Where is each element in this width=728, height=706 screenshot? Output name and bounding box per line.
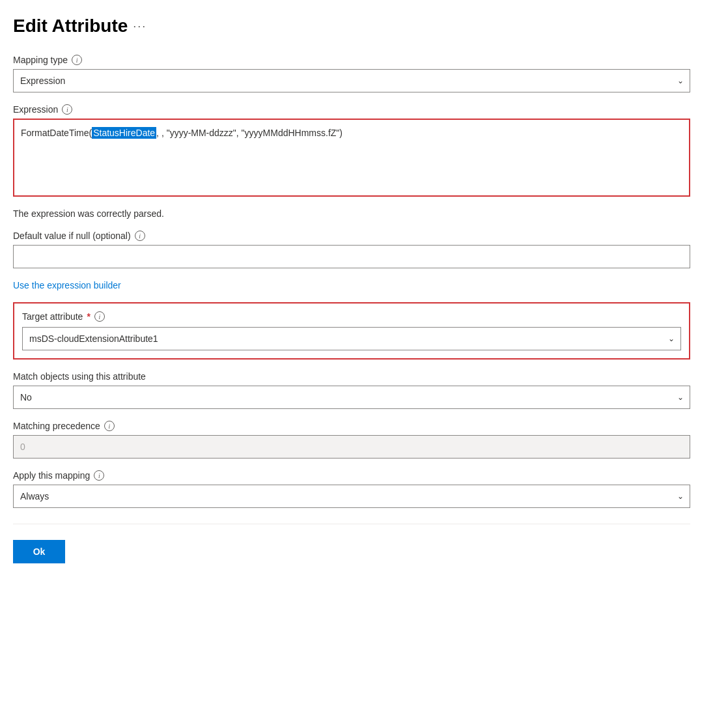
expression-field[interactable]: FormatDateTime(StatusHireDate, , "yyyy-M… <box>13 119 690 197</box>
page-title: Edit Attribute <box>13 16 128 36</box>
expression-builder-link[interactable]: Use the expression builder <box>13 280 121 290</box>
expression-label: Expression <box>13 104 58 115</box>
mapping-type-info-icon[interactable]: i <box>72 55 82 65</box>
target-attribute-select-wrapper: msDS-cloudExtensionAttribute1 ⌄ <box>22 327 681 350</box>
target-attribute-select[interactable]: msDS-cloudExtensionAttribute1 <box>22 327 681 350</box>
target-attribute-group: Target attribute * i msDS-cloudExtension… <box>13 302 690 360</box>
apply-mapping-label-row: Apply this mapping i <box>13 470 690 481</box>
expression-suffix: , , "yyyy-MM-ddzzz", "yyyyMMddHHmmss.fZ"… <box>156 128 343 138</box>
expression-group: Expression i FormatDateTime(StatusHireDa… <box>13 104 690 197</box>
expression-info-icon[interactable]: i <box>62 104 72 115</box>
matching-precedence-label-row: Matching precedence i <box>13 421 690 431</box>
header-row: Edit Attribute ··· <box>13 16 690 36</box>
default-value-input[interactable] <box>13 245 690 268</box>
mapping-type-label-row: Mapping type i <box>13 55 690 65</box>
mapping-type-group: Mapping type i Expression Direct Constan… <box>13 55 690 92</box>
apply-mapping-label: Apply this mapping <box>13 470 90 481</box>
apply-mapping-group: Apply this mapping i Always Only during … <box>13 470 690 508</box>
matching-precedence-info-icon[interactable]: i <box>104 421 115 431</box>
default-value-label-row: Default value if null (optional) i <box>13 231 690 241</box>
matching-precedence-label: Matching precedence <box>13 421 100 431</box>
match-objects-select-wrapper: No Yes ⌄ <box>13 386 690 409</box>
match-objects-label: Match objects using this attribute <box>13 371 146 382</box>
apply-mapping-info-icon[interactable]: i <box>94 470 104 481</box>
mapping-type-select-wrapper: Expression Direct Constant ⌄ <box>13 69 690 92</box>
match-objects-select[interactable]: No Yes <box>13 386 690 409</box>
divider <box>13 524 690 524</box>
default-value-group: Default value if null (optional) i <box>13 231 690 268</box>
target-attribute-required: * <box>87 311 90 322</box>
target-attribute-label-row: Target attribute * i <box>22 311 681 322</box>
matching-precedence-input[interactable] <box>13 435 690 459</box>
mapping-type-select[interactable]: Expression Direct Constant <box>13 69 690 92</box>
default-value-label: Default value if null (optional) <box>13 231 131 241</box>
apply-mapping-select[interactable]: Always Only during object creation Only … <box>13 485 690 508</box>
expression-label-row: Expression i <box>13 104 690 115</box>
more-options-icon[interactable]: ··· <box>133 20 147 33</box>
expression-highlighted: StatusHireDate <box>92 127 156 139</box>
page-container: Edit Attribute ··· Mapping type i Expres… <box>0 0 703 579</box>
target-attribute-info-icon[interactable]: i <box>94 311 105 322</box>
parsed-message: The expression was correctly parsed. <box>13 208 690 219</box>
matching-precedence-group: Matching precedence i <box>13 421 690 459</box>
match-objects-label-row: Match objects using this attribute <box>13 371 690 382</box>
mapping-type-label: Mapping type <box>13 55 68 65</box>
expression-prefix: FormatDateTime( <box>21 128 92 138</box>
ok-button[interactable]: Ok <box>13 540 65 563</box>
default-value-info-icon[interactable]: i <box>135 231 145 241</box>
target-attribute-label: Target attribute <box>22 311 83 322</box>
apply-mapping-select-wrapper: Always Only during object creation Only … <box>13 485 690 508</box>
match-objects-group: Match objects using this attribute No Ye… <box>13 371 690 409</box>
